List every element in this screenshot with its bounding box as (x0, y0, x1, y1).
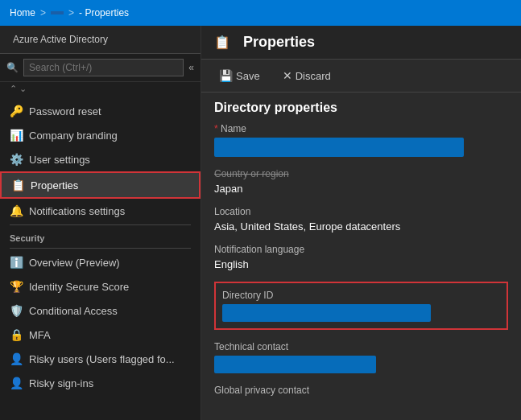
sidebar-item-label: Risky sign-ins (29, 377, 93, 389)
field-notification-language: Notification language English (214, 244, 508, 270)
field-location: Location Asia, United States, Europe dat… (214, 206, 508, 233)
field-directory-id-input[interactable] (222, 304, 431, 322)
field-notification-language-label: Notification language (214, 244, 508, 255)
field-technical-contact: Technical contact (214, 341, 508, 373)
sidebar-item-label: Identity Secure Score (29, 281, 129, 293)
section-divider (10, 224, 191, 225)
properties-icon: 📋 (11, 179, 24, 191)
search-box: 🔍 « (0, 54, 201, 82)
save-label: Save (236, 70, 260, 82)
sidebar-nav: 🔑 Password reset 📊 Company branding ⚙️ U… (0, 96, 201, 420)
sidebar-item-risky-sign-ins[interactable]: 👤 Risky sign-ins (0, 371, 201, 395)
directory-id-box: Directory ID ↓ (214, 282, 508, 330)
sidebar-item-notifications-settings[interactable]: 🔔 Notifications settings (0, 199, 201, 223)
sidebar-app-title: Azure Active Directory (13, 34, 108, 45)
field-notification-language-value: English (214, 258, 508, 270)
content-title-bar: 📋 Properties (201, 26, 521, 60)
risky-sign-in-icon: 👤 (10, 377, 23, 389)
top-bar: Home > > - Properties (0, 0, 521, 26)
security-section-label: Security (0, 227, 201, 246)
sidebar: Azure Active Directory 🔍 « ⌃ ⌄ 🔑 Passwor… (0, 26, 201, 420)
sidebar-item-label: MFA (29, 329, 51, 341)
search-input[interactable] (23, 59, 184, 76)
sidebar-item-password-reset[interactable]: 🔑 Password reset (0, 99, 201, 123)
section-heading: Directory properties (214, 93, 508, 123)
key-icon: 🔑 (10, 105, 23, 117)
sidebar-item-label: User settings (29, 154, 90, 166)
branding-icon: 📊 (10, 129, 23, 142)
field-name-input[interactable] (214, 138, 464, 157)
home-link[interactable]: Home (10, 7, 35, 19)
sidebar-item-identity-secure-score[interactable]: 🏆 Identity Secure Score (0, 274, 201, 299)
search-icon: 🔍 (6, 62, 19, 73)
breadcrumb: Home > > - Properties (10, 7, 129, 19)
content-page-title: Properties (243, 34, 315, 51)
sidebar-item-mfa[interactable]: 🔒 MFA (0, 323, 201, 347)
toolbar: 💾 Save ✕ Discard (201, 60, 521, 93)
sidebar-item-label: Conditional Access (29, 305, 118, 317)
sidebar-item-conditional-access[interactable]: 🛡️ Conditional Access (0, 299, 201, 323)
content-title-icon: 📋 (214, 35, 230, 50)
field-global-privacy-contact: Global privacy contact (214, 385, 508, 396)
content-scroll: Directory properties Name Country or reg… (201, 93, 521, 420)
user-icon: 👤 (10, 352, 23, 365)
save-button[interactable]: 💾 Save (214, 66, 265, 85)
breadcrumb-separator2: > (68, 7, 74, 19)
sidebar-item-label: Properties (31, 179, 78, 191)
content-area: 📋 Properties 💾 Save ✕ Discard Directory … (201, 26, 521, 420)
field-country-value: Japan (214, 183, 508, 195)
sidebar-item-label: Overview (Preview) (29, 257, 120, 269)
sidebar-item-risky-users[interactable]: 👤 Risky users (Users flagged fo... (0, 347, 201, 371)
sidebar-item-label: Risky users (Users flagged fo... (29, 353, 175, 365)
scroll-indicator: ⌃ ⌄ (0, 82, 201, 96)
sidebar-item-label: Password reset (29, 105, 101, 117)
field-technical-contact-label: Technical contact (214, 341, 508, 352)
field-location-label: Location (214, 206, 508, 217)
sidebar-item-label: Notifications settings (29, 205, 125, 217)
field-technical-contact-input[interactable] (214, 356, 376, 373)
shield-icon: 🛡️ (10, 304, 23, 317)
overview-icon: ℹ️ (10, 256, 23, 269)
sidebar-app-title-bar: Azure Active Directory (0, 26, 201, 54)
notifications-icon: 🔔 (10, 204, 23, 217)
lock-icon: 🔒 (10, 328, 23, 341)
field-name: Name (214, 123, 508, 157)
settings-icon: ⚙️ (10, 153, 23, 166)
sidebar-item-properties[interactable]: 📋 Properties (0, 171, 201, 199)
field-country: Country or region Japan (214, 168, 508, 195)
page-title-breadcrumb: - Properties (79, 7, 129, 19)
breadcrumb-middle (51, 11, 64, 14)
discard-label: Discard (296, 70, 331, 82)
field-location-value: Asia, United States, Europe datacenters (214, 220, 508, 233)
discard-button[interactable]: ✕ Discard (278, 66, 336, 85)
sidebar-item-user-settings[interactable]: ⚙️ User settings (0, 147, 201, 171)
collapse-icon[interactable]: « (188, 62, 194, 73)
main-layout: Azure Active Directory 🔍 « ⌃ ⌄ 🔑 Passwor… (0, 26, 521, 420)
breadcrumb-separator: > (40, 7, 46, 19)
sidebar-item-company-branding[interactable]: 📊 Company branding (0, 123, 201, 147)
sidebar-item-overview-preview[interactable]: ℹ️ Overview (Preview) (0, 250, 201, 274)
field-country-label: Country or region (214, 168, 508, 179)
field-directory-id-label: Directory ID (222, 290, 500, 301)
field-directory-id: Directory ID ↓ (214, 282, 508, 330)
field-global-privacy-contact-label: Global privacy contact (214, 385, 508, 396)
discard-icon: ✕ (283, 69, 292, 82)
save-icon: 💾 (219, 69, 233, 82)
section-divider-2 (10, 248, 191, 249)
trophy-icon: 🏆 (10, 280, 23, 293)
field-name-label: Name (214, 123, 508, 134)
sidebar-item-label: Company branding (29, 130, 118, 142)
